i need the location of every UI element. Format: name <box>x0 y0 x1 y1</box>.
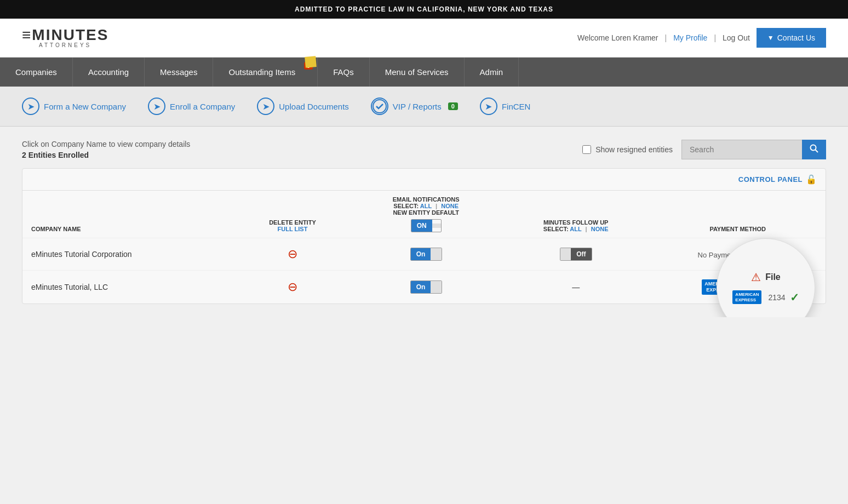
contact-button-label: Contact Us <box>777 33 815 42</box>
nav-label-admin: Admin <box>480 67 503 77</box>
company-name-cell-1[interactable]: eMinutes Tutorial Corporation <box>22 238 234 271</box>
checkmark-zoom-icon: ✓ <box>790 291 799 304</box>
top-banner: ADMITTED TO PRACTICE LAW IN CALIFORNIA, … <box>0 0 848 19</box>
th-delete-entity: DELETE ENTITY FULL LIST <box>234 191 350 238</box>
show-resigned-area: Show resigned entities <box>582 145 673 154</box>
nav-item-admin[interactable]: Admin <box>465 58 519 87</box>
arrow-circle-icon-1: ➤ <box>22 98 39 115</box>
minutes-toggle-cell-1: Off <box>502 238 650 271</box>
logout-link[interactable]: Log Out <box>723 33 750 42</box>
main-nav: Companies Accounting Messages Outstandin… <box>0 58 848 87</box>
delete-entity-button-1[interactable]: ⊖ <box>288 247 297 261</box>
check-circle-icon <box>371 98 388 115</box>
logo-sub: ATTORNEYS <box>22 43 108 48</box>
sticky-note-icon <box>305 56 317 68</box>
search-icon <box>810 144 818 153</box>
contact-button[interactable]: ▼ Contact Us <box>757 28 826 48</box>
file-label: File <box>765 272 781 282</box>
search-box <box>681 140 826 159</box>
table-header-row: COMPANY NAME DELETE ENTITY FULL LIST EMA… <box>22 191 826 238</box>
email-toggle-2[interactable]: On <box>410 280 442 294</box>
minutes-toggle-1[interactable]: Off <box>560 248 592 261</box>
email-select-none[interactable]: NONE <box>441 203 459 209</box>
form-new-company-label: Form a New Company <box>44 102 126 111</box>
show-resigned-checkbox[interactable] <box>582 145 591 154</box>
minutes-toggle-cell-2: — <box>502 271 650 303</box>
logo-main: ≡MINUTES <box>22 27 108 43</box>
form-new-company-action[interactable]: ➤ Form a New Company <box>22 98 126 115</box>
amex-zoom-badge: AMERICANEXPRESS <box>732 290 761 304</box>
mfu-select-none[interactable]: NONE <box>591 226 609 232</box>
lock-icon[interactable]: 🔓 <box>806 174 817 185</box>
vip-reports-badge: 0 <box>448 102 458 110</box>
svg-point-1 <box>811 145 816 151</box>
nav-label-menu-services: Menu of Services <box>385 67 449 77</box>
nav-label-messages: Messages <box>160 67 197 77</box>
delete-cell-1: ⊖ <box>234 238 350 271</box>
my-profile-link[interactable]: My Profile <box>673 33 707 42</box>
header: ≡MINUTES ATTORNEYS Welcome Loren Kramer … <box>0 19 848 58</box>
header-right: Welcome Loren Kramer | My Profile | Log … <box>577 28 826 48</box>
banner-text: ADMITTED TO PRACTICE LAW IN CALIFORNIA, … <box>295 5 553 13</box>
table-row: eMinutes Tutorial Corporation ⊖ On <box>22 238 826 271</box>
companies-table: COMPANY NAME DELETE ENTITY FULL LIST EMA… <box>22 190 826 303</box>
enroll-company-label: Enroll a Company <box>170 102 235 111</box>
th-payment-method: PAYMENT METHOD <box>650 191 826 238</box>
th-minutes-follow-up: MINUTES FOLLOW UP SELECT: ALL | NONE <box>502 191 650 238</box>
email-toggle-1[interactable]: On <box>410 248 442 261</box>
fincen-label: FinCEN <box>502 102 531 111</box>
nav-item-menu-of-services[interactable]: Menu of Services <box>370 58 465 87</box>
quick-actions-bar: ➤ Form a New Company ➤ Enroll a Company … <box>0 87 848 127</box>
companies-table-container: CONTROL PANEL 🔓 COMPANY NAME DELETE ENTI… <box>22 168 826 304</box>
mfu-select-all[interactable]: ALL <box>570 226 581 232</box>
table-row: eMinutes Tutorial, LLC ⊖ On — <box>22 271 826 303</box>
nav-label-faqs: FAQs <box>333 67 354 77</box>
nav-item-messages[interactable]: Messages <box>145 58 213 87</box>
nav-item-outstanding-items[interactable]: Outstanding Items 9 <box>213 58 318 87</box>
default-toggle[interactable]: On <box>411 219 442 232</box>
vip-reports-label: VIP / Reports <box>393 102 442 111</box>
welcome-text: Welcome Loren Kramer <box>577 33 658 42</box>
card-zoom-num: 2134 <box>768 293 785 302</box>
upload-documents-action[interactable]: ➤ Upload Documents <box>257 98 349 115</box>
arrow-circle-icon-3: ➤ <box>257 98 274 115</box>
table-wrapper: CONTROL PANEL 🔓 COMPANY NAME DELETE ENTI… <box>22 168 826 304</box>
warning-zoom-icon: ⚠ <box>751 271 761 284</box>
search-button[interactable] <box>802 140 826 159</box>
search-input[interactable] <box>681 140 802 159</box>
email-select-all[interactable]: ALL <box>420 203 432 209</box>
delete-cell-2: ⊖ <box>234 271 350 303</box>
vip-reports-action[interactable]: VIP / Reports 0 <box>371 98 458 115</box>
main-content: Click on Company Name to view company de… <box>0 127 848 317</box>
logo-text: ≡MINUTES ATTORNEYS <box>22 27 108 48</box>
entities-info: Click on Company Name to view company de… <box>22 140 190 159</box>
show-resigned-label: Show resigned entities <box>595 145 673 154</box>
entities-count: 2 Entities Enrolled <box>22 151 190 159</box>
dropdown-arrow-icon: ▼ <box>767 34 774 42</box>
company-name-cell-2[interactable]: eMinutes Tutorial, LLC <box>22 271 234 303</box>
enroll-company-action[interactable]: ➤ Enroll a Company <box>148 98 235 115</box>
th-company-name: COMPANY NAME <box>22 191 234 238</box>
search-area: Show resigned entities <box>582 140 826 159</box>
upload-documents-label: Upload Documents <box>279 102 349 111</box>
control-panel-bar: CONTROL PANEL 🔓 <box>22 169 826 190</box>
nav-label-accounting: Accounting <box>88 67 129 77</box>
instructions-text: Click on Company Name to view company de… <box>22 140 190 148</box>
nav-label-companies: Companies <box>15 67 57 77</box>
nav-item-faqs[interactable]: FAQs <box>318 58 370 87</box>
logo: ≡MINUTES ATTORNEYS <box>22 27 108 48</box>
email-toggle-cell-2: On <box>351 271 502 303</box>
nav-item-companies[interactable]: Companies <box>0 58 73 87</box>
email-toggle-cell-1: On <box>351 238 502 271</box>
full-list-link[interactable]: FULL LIST <box>278 226 308 232</box>
arrow-circle-icon-4: ➤ <box>480 98 497 115</box>
content-header: Click on Company Name to view company de… <box>22 140 826 159</box>
fincen-action[interactable]: ➤ FinCEN <box>480 98 531 115</box>
control-panel-label: CONTROL PANEL <box>738 175 803 184</box>
delete-entity-button-2[interactable]: ⊖ <box>288 280 297 294</box>
nav-item-accounting[interactable]: Accounting <box>73 58 145 87</box>
svg-line-2 <box>816 150 818 153</box>
th-email-notifications: EMAIL NOTIFICATIONS SELECT: ALL | NONE N… <box>351 191 502 238</box>
svg-point-0 <box>373 100 386 113</box>
nav-label-outstanding: Outstanding Items <box>228 67 295 77</box>
